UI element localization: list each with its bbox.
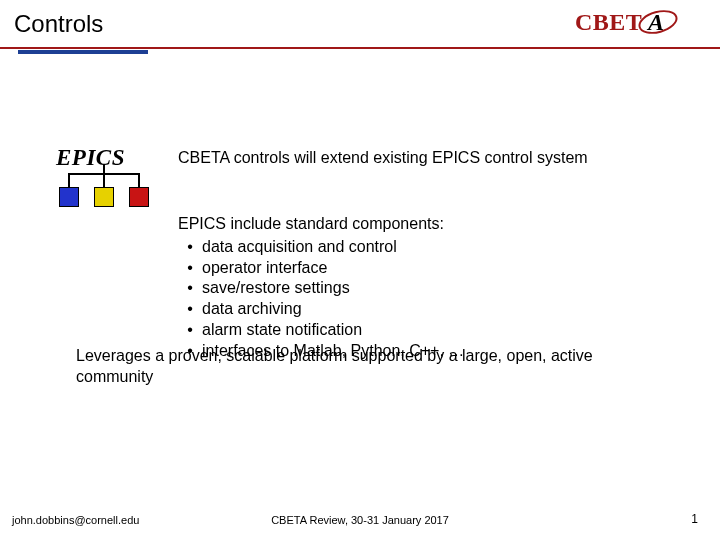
- logo-a-letter: A: [648, 9, 665, 35]
- epics-box-yellow-icon: [94, 187, 114, 207]
- header-rule-blue: [18, 50, 148, 54]
- bullet-icon: •: [178, 258, 202, 279]
- intro-text: CBETA controls will extend existing EPIC…: [178, 148, 628, 168]
- list-item: •alarm state notification: [178, 320, 658, 341]
- list-item: •data acquisition and control: [178, 237, 658, 258]
- list-item-text: alarm state notification: [202, 320, 658, 341]
- footer: john.dobbins@cornell.edu CBETA Review, 3…: [0, 506, 720, 526]
- components-heading: EPICS include standard components:: [178, 214, 658, 235]
- bullet-icon: •: [178, 237, 202, 258]
- leverage-text: Leverages a proven, scalable platform su…: [76, 346, 656, 388]
- logo-text: CBETA: [575, 9, 670, 36]
- list-item-text: save/restore settings: [202, 278, 658, 299]
- list-item-text: data archiving: [202, 299, 658, 320]
- components-block: EPICS include standard components: •data…: [178, 214, 658, 362]
- epics-diagram-icon: [56, 173, 152, 221]
- list-item-text: operator interface: [202, 258, 658, 279]
- list-item: •data archiving: [178, 299, 658, 320]
- header: Controls CBETA: [0, 0, 720, 48]
- logo-a-orbit-icon: A: [642, 9, 670, 36]
- list-item: •save/restore settings: [178, 278, 658, 299]
- logo-prefix: CBET: [575, 9, 642, 36]
- epics-logo: EPICS: [56, 145, 152, 221]
- list-item: •operator interface: [178, 258, 658, 279]
- epics-box-blue-icon: [59, 187, 79, 207]
- slide: Controls CBETA EPICS CBETA controls will…: [0, 0, 720, 540]
- header-rule-red: [0, 47, 720, 49]
- epics-box-red-icon: [129, 187, 149, 207]
- page-number: 1: [691, 512, 698, 526]
- bullet-icon: •: [178, 299, 202, 320]
- footer-center: CBETA Review, 30-31 January 2017: [0, 514, 720, 526]
- list-item-text: data acquisition and control: [202, 237, 658, 258]
- cbeta-logo: CBETA: [575, 8, 700, 36]
- page-title: Controls: [14, 10, 103, 38]
- bullet-icon: •: [178, 320, 202, 341]
- bullet-icon: •: [178, 278, 202, 299]
- components-list: •data acquisition and control •operator …: [178, 237, 658, 362]
